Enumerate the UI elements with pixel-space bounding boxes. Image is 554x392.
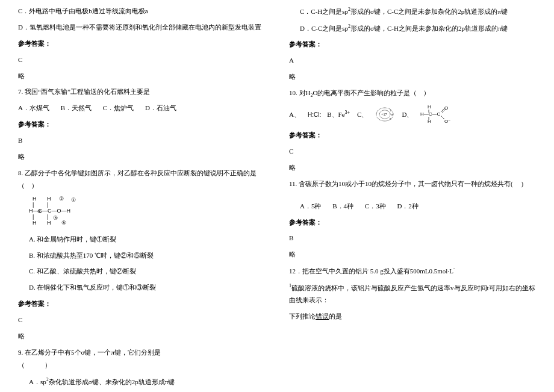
- q10-option-a: A、: [289, 108, 300, 121]
- question-11: 11. 含碳原子数为10或小于10的烷烃分子中，其一卤代物只有一种的烷烃共有( …: [289, 178, 536, 190]
- svg-text:H—C—C: H—C—C: [420, 111, 441, 117]
- abbrev-omit: 略: [289, 70, 536, 83]
- abbrev-omit: 略: [18, 70, 265, 82]
- q9-option-a: A．sp2杂化轨道形成σ键、未杂化的2p轨道形成π键: [18, 375, 265, 388]
- question-9: 9. 在乙烯分子中有5个σ键，一个π键，它们分别是 （ ）: [18, 346, 265, 372]
- ethanol-diagram: H H ② ① | | H—C—C—O—H ④ | | ③ H H ⑤: [18, 196, 265, 229]
- q8-option-a: A. 和金属钠作用时，键①断裂: [18, 233, 265, 246]
- svg-text:+17: +17: [381, 113, 387, 116]
- right-column: C．C-H之间是sp2形成的σ键，C-C之间是未参加杂化的2p轨道形成的π键 D…: [289, 5, 536, 392]
- question-12-line1: 12．把在空气中久置的铝片 5.0 g投入盛有500mL0.5mol·L-: [289, 264, 536, 278]
- q9-option-d: D．C-C之间是sp2形成的σ键，C-H之间是未参加杂化的2p轨道形成的π键: [289, 22, 536, 35]
- q8-option-b: B. 和浓硫酸共热至170 ℃时，键②和⑤断裂: [18, 249, 265, 262]
- abbrev-omit: 略: [18, 151, 265, 163]
- q10-option-c: C、: [357, 108, 368, 121]
- svg-text:O: O: [444, 105, 448, 111]
- q9-text: 9. 在乙烯分子中有5个σ键，一个π键，它们分别是: [18, 349, 161, 356]
- q10-option-d: D、: [402, 108, 413, 121]
- option-c: C．外电路中电子由电极b通过导线流向电极a: [18, 5, 265, 17]
- q9-paren: （ ）: [18, 361, 51, 369]
- answer-11: B: [289, 232, 536, 244]
- answer-10: C: [289, 145, 536, 158]
- acetic-acid-structure-icon: H—C—C H H O O⁻: [420, 104, 453, 125]
- reference-answer-label: 参考答案：: [289, 216, 536, 229]
- hcl-structure-icon: H:Cl:: [308, 109, 320, 120]
- reference-answer-label: 参考答案：: [18, 37, 265, 50]
- q11-option-a: A．5种: [300, 202, 321, 210]
- answer-9: A: [289, 54, 536, 67]
- svg-text:H: H: [428, 104, 431, 110]
- question-7-options: A．水煤气 B．天然气 C．焦炉气 D．石油气: [18, 102, 265, 114]
- reference-answer-label: 参考答案：: [18, 118, 265, 131]
- reference-answer-label: 参考答案：: [289, 38, 536, 51]
- q11-option-b: B．4种: [332, 202, 353, 210]
- svg-text:H: H: [428, 119, 431, 124]
- question-11-options: A．5种 B．4种 C．3种 D．2种: [289, 200, 536, 213]
- q7-option-d: D．石油气: [145, 104, 176, 111]
- answer-7: B: [18, 134, 265, 147]
- exam-page: C．外电路中电子由电极b通过导线流向电极a D．氢氧燃料电池是一种不需要将还原剂…: [0, 0, 554, 392]
- svg-text:O⁻: O⁻: [444, 119, 450, 124]
- abbrev-omit: 略: [289, 161, 536, 174]
- answer-8: C: [18, 314, 265, 326]
- question-12-line3: 下列推论错误的是: [289, 310, 536, 323]
- q7-option-a: A．水煤气: [18, 104, 49, 111]
- q8-option-d: D. 在铜催化下和氧气反应时，键①和③断裂: [18, 281, 265, 294]
- atom-model-icon: +17 2 8 8: [375, 107, 394, 122]
- q11-option-d: D．2种: [397, 202, 418, 210]
- abbrev-omit: 略: [289, 248, 536, 261]
- question-8: 8. 乙醇分子中各化学键如图所示，对乙醇在各种反应中应断裂的键说明不正确的是（ …: [18, 167, 265, 192]
- q7-option-b: B．天然气: [61, 104, 92, 111]
- q11-option-c: C．3种: [365, 202, 386, 210]
- q7-option-c: C．焦炉气: [103, 104, 134, 111]
- reference-answer-label: 参考答案：: [289, 129, 536, 142]
- svg-text:2: 2: [390, 109, 391, 112]
- reference-answer-label: 参考答案：: [18, 297, 265, 310]
- left-column: C．外电路中电子由电极b通过导线流向电极a D．氢氧燃料电池是一种不需要将还原剂…: [18, 5, 265, 392]
- abbrev-omit: 略: [18, 330, 265, 343]
- q9-option-c: C．C-H之间是sp2形成的σ键，C-C之间是未参加杂化的2p轨道形成的π键: [289, 5, 536, 18]
- question-12-line2: 1硫酸溶液的烧杯中，该铝片与硫酸反应产生氢气的速率v与反应时间t可用如右的坐标曲…: [289, 281, 536, 306]
- question-10: 10. 对H2O的电离平衡不产生影响的粒子是（ ）: [289, 87, 536, 100]
- option-d: D．氢氧燃料电池是一种不需要将还原剂和氧化剂全部储藏在电池内的新型发电装置: [18, 21, 265, 34]
- question-10-options: A、 H:Cl: B、Fe3+ C、 +17 2 8 8 D、 H—C—C H: [289, 104, 536, 125]
- question-7: 7. 我国“西气东输”工程输送的化石燃料主要是: [18, 86, 265, 98]
- q10-option-b: B、Fe3+: [327, 108, 350, 121]
- q8-option-c: C. 和乙酸、浓硫酸共热时，键②断裂: [18, 265, 265, 278]
- answer-6: C: [18, 54, 265, 66]
